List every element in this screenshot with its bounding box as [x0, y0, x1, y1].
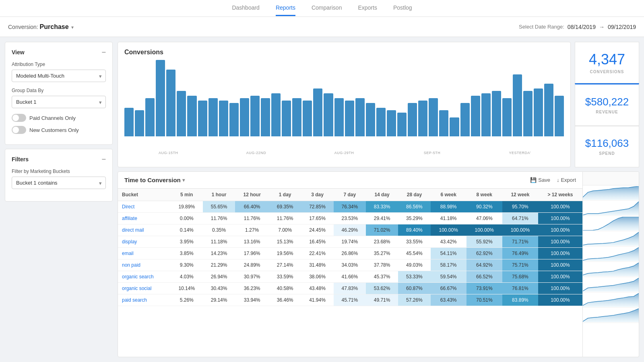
filters-minimize-button[interactable]: − [101, 156, 106, 163]
filters-panel-title: Filters − [12, 156, 106, 163]
bucket-cell[interactable]: email [118, 248, 171, 259]
bar[interactable] [135, 110, 144, 136]
bar[interactable] [250, 96, 260, 136]
bar[interactable] [502, 98, 512, 136]
bar[interactable] [156, 60, 165, 136]
bar[interactable] [481, 93, 491, 136]
bar[interactable] [166, 70, 175, 136]
bar[interactable] [471, 96, 480, 136]
bucket-cell[interactable]: display [118, 236, 171, 248]
value-cell: 100.00% [538, 283, 582, 294]
bar[interactable] [355, 98, 365, 136]
bar[interactable] [208, 98, 218, 136]
bucket-cell[interactable]: organic social [118, 283, 171, 294]
value-cell: 100.00% [538, 224, 582, 236]
spend-label: SPEND [599, 151, 615, 156]
group-data-select[interactable]: Bucket 1 [12, 96, 106, 108]
bar-group [145, 98, 155, 136]
value-cell: 100.00% [502, 224, 538, 236]
value-cell: 100.00% [538, 213, 582, 224]
x-axis-label: AUG-15TH [124, 148, 212, 160]
value-cell: 23.53% [334, 213, 366, 224]
bar[interactable] [177, 91, 186, 136]
conversion-selector[interactable]: Conversion: Purchase ▾ [8, 23, 74, 31]
value-cell: 27.14% [269, 259, 301, 271]
bar-group [156, 60, 165, 136]
attribution-select[interactable]: Modeled Multi-Touch [12, 70, 106, 82]
bucket-cell[interactable]: non paid [118, 259, 171, 271]
bar[interactable] [366, 103, 375, 136]
value-cell: 64.92% [466, 259, 502, 271]
table-row: affiliate0.00%11.76%11.76%11.76%17.65%23… [118, 213, 582, 224]
bar[interactable] [219, 101, 228, 136]
filter-buckets-select[interactable]: Bucket 1 contains [12, 177, 106, 189]
bar[interactable] [303, 101, 312, 136]
date-end[interactable]: 09/12/2019 [608, 24, 636, 30]
bar[interactable] [544, 84, 553, 136]
x-axis-labels: AUG-15THAUG-22NDAUG-29THSEP-5THYESTERDA' [124, 148, 564, 160]
bar[interactable] [555, 96, 564, 136]
nav-comparison[interactable]: Comparison [312, 0, 342, 16]
table-actions: 💾 Save ↓ Export [530, 177, 576, 183]
table-scroll[interactable]: Bucket5 min1 hour12 hour1 day3 day7 day1… [118, 189, 582, 306]
new-customers-toggle[interactable] [12, 126, 26, 134]
bucket-cell[interactable]: direct mail [118, 224, 171, 236]
bucket-cell[interactable]: Direct [118, 201, 171, 213]
nav-postlog[interactable]: Postlog [393, 0, 412, 16]
value-cell: 34.03% [334, 259, 366, 271]
bar[interactable] [429, 98, 438, 136]
new-customers-toggle-row: New Customers Only [12, 126, 106, 134]
value-cell: 35.27% [366, 248, 398, 259]
bucket-cell[interactable]: affiliate [118, 213, 171, 224]
date-start[interactable]: 08/14/2019 [568, 24, 596, 30]
export-button[interactable]: ↓ Export [557, 177, 576, 183]
bar[interactable] [229, 103, 239, 136]
value-cell: 3.95% [171, 236, 203, 248]
bar[interactable] [261, 98, 270, 136]
bar[interactable] [124, 108, 134, 136]
bar[interactable] [418, 101, 427, 136]
bar[interactable] [460, 103, 470, 136]
bar[interactable] [387, 110, 396, 136]
bar[interactable] [408, 103, 417, 136]
bar[interactable] [292, 98, 301, 136]
bar-group [261, 98, 270, 136]
nav-exports[interactable]: Exports [358, 0, 377, 16]
bar[interactable] [198, 101, 207, 136]
bar[interactable] [534, 88, 543, 136]
bar[interactable] [313, 88, 322, 136]
bar[interactable] [523, 91, 533, 136]
save-button[interactable]: 💾 Save [530, 177, 550, 183]
value-cell: 100.00% [538, 294, 582, 306]
nav-dashboard[interactable]: Dashboard [232, 0, 260, 16]
bar[interactable] [324, 93, 333, 136]
bar[interactable] [282, 101, 291, 136]
table-title-caret-icon[interactable]: ▾ [182, 177, 185, 183]
date-range-selector[interactable]: Select Date Range: 08/14/2019 → 09/12/20… [519, 24, 636, 30]
attribution-type-group: Attribution Type Modeled Multi-Touch [12, 62, 106, 82]
bar[interactable] [513, 74, 522, 136]
view-minimize-button[interactable]: − [101, 49, 106, 56]
bar[interactable] [450, 117, 459, 137]
nav-reports[interactable]: Reports [276, 0, 295, 16]
bar-group [271, 93, 281, 136]
bar[interactable] [345, 101, 354, 136]
bucket-cell[interactable]: organic search [118, 271, 171, 283]
value-cell: 75.71% [502, 259, 538, 271]
new-customers-label: New Customers Only [29, 127, 79, 133]
bucket-cell[interactable]: paid search [118, 294, 171, 306]
value-cell: 55.92% [466, 236, 502, 248]
bar[interactable] [334, 98, 344, 136]
bar[interactable] [397, 113, 407, 136]
bar[interactable] [271, 93, 281, 136]
paid-channels-toggle[interactable] [12, 114, 26, 122]
bar[interactable] [187, 96, 196, 136]
bar[interactable] [439, 110, 448, 136]
bar[interactable] [376, 108, 386, 136]
value-cell: 83.89% [502, 294, 538, 306]
conversion-prefix: Conversion: [8, 24, 38, 30]
bar[interactable] [240, 98, 249, 136]
bar[interactable] [492, 91, 501, 136]
bar[interactable] [145, 98, 155, 136]
value-cell: 100.00% [538, 248, 582, 259]
